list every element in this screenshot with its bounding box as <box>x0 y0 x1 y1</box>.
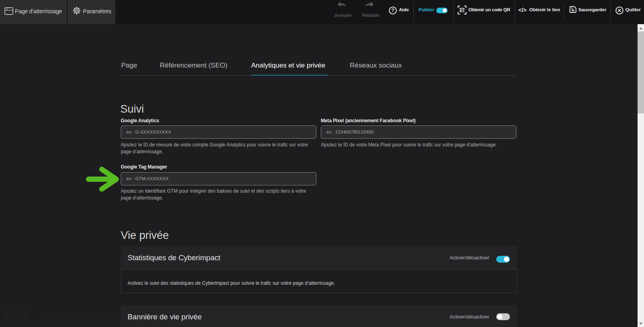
svg-text:?: ? <box>391 8 394 13</box>
